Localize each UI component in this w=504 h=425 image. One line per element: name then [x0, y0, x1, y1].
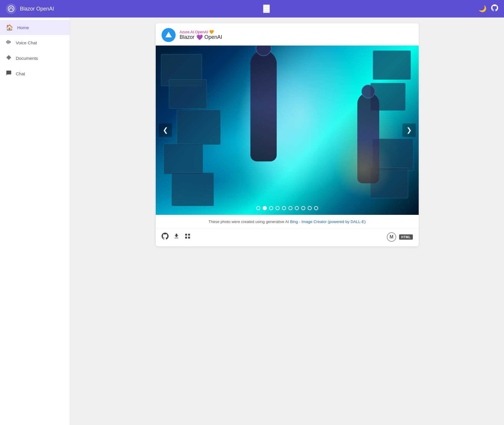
app-title: Blazor OpenAI — [20, 6, 54, 12]
card-title-part2: OpenAI — [205, 34, 222, 40]
svg-rect-5 — [10, 41, 11, 43]
m-badge[interactable]: M — [387, 232, 396, 242]
grid-button[interactable] — [184, 233, 191, 241]
app-body: 🏠 Home Voice Chat Documents — [0, 18, 504, 425]
svg-rect-10 — [185, 237, 187, 238]
deco-screen-3 — [177, 110, 221, 145]
sidebar-item-documents[interactable]: Documents — [0, 50, 70, 66]
svg-rect-4 — [9, 41, 10, 43]
carousel-dot-3[interactable] — [276, 206, 280, 210]
deco-screen-6 — [373, 50, 411, 80]
carousel-dot-6[interactable] — [295, 206, 299, 210]
deco-screen-5 — [172, 173, 214, 206]
carousel-prev-button[interactable]: ❮ — [159, 123, 172, 137]
app-header: Blazor OpenAI ☰ 🌙 — [0, 0, 504, 18]
app-logo — [6, 4, 16, 14]
svg-point-0 — [6, 4, 16, 14]
svg-rect-3 — [8, 40, 8, 44]
svg-rect-2 — [6, 41, 7, 43]
github-header-button[interactable] — [491, 4, 498, 13]
header-right: 🌙 — [479, 4, 498, 13]
svg-rect-11 — [188, 237, 190, 238]
sidebar-item-documents-label: Documents — [16, 56, 38, 61]
footer-left — [162, 233, 191, 241]
carousel-dot-1[interactable] — [263, 206, 267, 210]
sidebar-item-voice-chat-label: Voice Chat — [16, 40, 37, 45]
card-title-part1: Blazor — [180, 34, 195, 40]
carousel-dots — [256, 206, 318, 210]
chat-icon — [6, 70, 12, 77]
carousel-dot-9[interactable] — [314, 206, 318, 210]
sidebar-item-chat[interactable]: Chat — [0, 66, 70, 81]
card-title: Blazor 💜 OpenAI — [180, 34, 222, 41]
glow-center — [235, 62, 322, 208]
voice-chat-icon — [6, 39, 12, 46]
robot-left-body — [250, 50, 277, 161]
carousel-next-button[interactable]: ❯ — [402, 123, 416, 137]
robot-right-head — [361, 85, 375, 98]
documents-icon — [6, 55, 12, 62]
robot-right-body — [357, 93, 379, 183]
card-title-heart: 💜 — [196, 34, 203, 41]
carousel-dot-2[interactable] — [269, 206, 273, 210]
card-title-block: Azure.AI.OpenAI 🧡 Blazor 💜 OpenAI — [180, 30, 222, 41]
header-left: Blazor OpenAI — [6, 4, 54, 14]
caption-text: These photo were created using generativ… — [208, 220, 290, 224]
carousel-dot-7[interactable] — [301, 206, 305, 210]
carousel-dot-8[interactable] — [308, 206, 312, 210]
carousel-image — [156, 46, 419, 215]
carousel-dot-5[interactable] — [288, 206, 292, 210]
carousel-dot-0[interactable] — [256, 206, 260, 210]
deco-screen-2 — [169, 79, 207, 109]
svg-rect-9 — [188, 234, 190, 236]
svg-marker-6 — [6, 55, 11, 60]
svg-marker-7 — [165, 32, 172, 37]
card-caption: These photo were created using generativ… — [156, 215, 419, 229]
main-card: Azure.AI.OpenAI 🧡 Blazor 💜 OpenAI — [156, 23, 419, 246]
home-icon: 🏠 — [6, 24, 13, 31]
sidebar-item-home[interactable]: 🏠 Home — [0, 20, 70, 35]
theme-toggle-button[interactable]: 🌙 — [479, 5, 486, 13]
html-badge: HTML — [399, 234, 413, 240]
sidebar-item-voice-chat[interactable]: Voice Chat — [0, 35, 70, 50]
svg-rect-8 — [185, 234, 187, 236]
deco-screen-4 — [164, 144, 203, 174]
footer-right: M HTML — [387, 232, 413, 242]
github-footer-button[interactable] — [162, 233, 169, 241]
caption-link[interactable]: Bing - Image Creator (powered by DALL-E) — [290, 220, 366, 224]
avatar — [162, 28, 176, 42]
menu-button[interactable]: ☰ — [263, 4, 270, 13]
main-content: Azure.AI.OpenAI 🧡 Blazor 💜 OpenAI — [70, 18, 504, 425]
card-footer: M HTML — [156, 229, 419, 246]
sidebar-item-chat-label: Chat — [16, 71, 25, 76]
download-button[interactable] — [173, 233, 180, 241]
sidebar: 🏠 Home Voice Chat Documents — [0, 18, 70, 425]
carousel-dot-4[interactable] — [282, 206, 286, 210]
robot-left-head — [256, 46, 271, 56]
image-carousel: ❮ ❯ — [156, 46, 419, 215]
card-subtitle: Azure.AI.OpenAI 🧡 — [180, 30, 222, 34]
card-header: Azure.AI.OpenAI 🧡 Blazor 💜 OpenAI — [156, 23, 419, 46]
sidebar-item-home-label: Home — [17, 25, 29, 30]
